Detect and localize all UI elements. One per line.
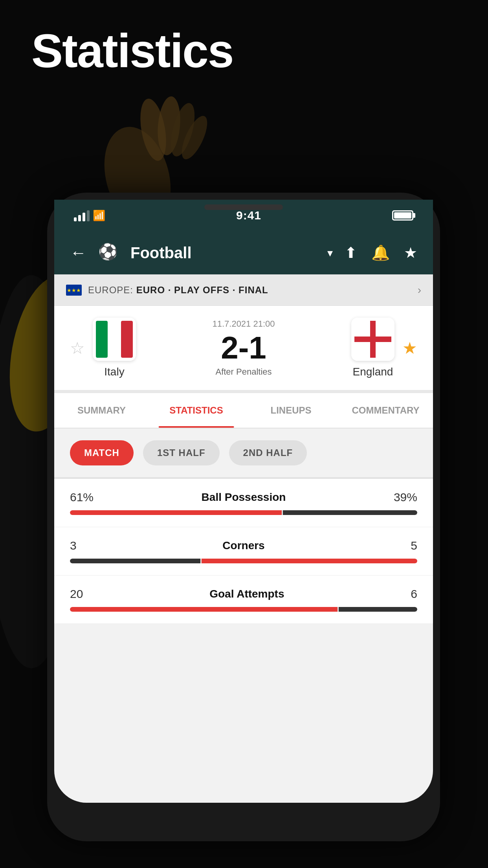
match-favorite-right[interactable]: ★ [402, 338, 417, 358]
tab-lineups[interactable]: LINEUPS [244, 393, 338, 428]
eu-flag-icon: ★★★ [66, 285, 82, 296]
score-block: 11.7.2021 21:00 2-1 After Penalties [144, 319, 343, 377]
stat-possession-bar-right [283, 510, 417, 515]
stat-corners-left: 3 [70, 539, 77, 552]
svg-rect-16 [354, 337, 391, 342]
tabs-bar: SUMMARY STATISTICS LINEUPS COMMENTARY [54, 393, 433, 428]
share-icon[interactable]: ⬆ [345, 244, 357, 261]
stat-row-possession: 61% Ball Possession 39% [54, 479, 433, 527]
stat-corners-bar [70, 559, 417, 563]
status-time: 9:41 [236, 209, 261, 222]
status-left: 📶 [74, 210, 105, 222]
stat-goalattempts-bar [70, 607, 417, 612]
stats-list: 61% Ball Possession 39% 3 Corners 5 [54, 479, 433, 624]
match-score: 2-1 [221, 332, 266, 364]
stat-possession-right: 39% [394, 491, 417, 504]
league-banner[interactable]: ★★★ EUROPE: EURO · PLAY OFFS · FINAL › [54, 274, 433, 306]
stat-goalattempts-header: 20 Goal Attempts 6 [70, 587, 417, 601]
match-favorite-left[interactable]: ☆ [70, 338, 85, 358]
dropdown-icon[interactable]: ▾ [327, 246, 333, 259]
stat-corners-right: 5 [411, 539, 417, 552]
svg-rect-13 [121, 321, 133, 358]
tab-summary[interactable]: SUMMARY [54, 393, 149, 428]
battery-icon [392, 210, 413, 221]
page-title: Statistics [31, 24, 233, 78]
period-bar: MATCH 1ST HALF 2ND HALF [54, 428, 433, 479]
stat-corners-bar-left [70, 559, 200, 563]
england-flag [351, 318, 394, 361]
stat-corners-header: 3 Corners 5 [70, 539, 417, 552]
nav-actions: ⬆ 🔔 ★ [345, 244, 417, 261]
svg-rect-12 [108, 321, 121, 358]
favorite-icon[interactable]: ★ [404, 244, 417, 261]
stat-goalattempts-bar-left [70, 607, 338, 612]
svg-rect-11 [96, 321, 108, 358]
tab-commentary[interactable]: COMMENTARY [338, 393, 433, 428]
team-england-name: England [353, 366, 393, 378]
stat-possession-header: 61% Ball Possession 39% [70, 491, 417, 504]
score-subtitle: After Penalties [215, 367, 272, 377]
period-2ndhalf-button[interactable]: 2ND HALF [229, 440, 307, 465]
signal-icon [74, 210, 90, 221]
tab-statistics[interactable]: STATISTICS [149, 393, 244, 428]
period-match-button[interactable]: MATCH [70, 440, 134, 465]
stat-row-corners: 3 Corners 5 [54, 527, 433, 576]
stat-goalattempts-left: 20 [70, 587, 83, 601]
stat-possession-bar-left [70, 510, 282, 515]
status-right [392, 210, 413, 221]
match-date: 11.7.2021 21:00 [212, 319, 275, 329]
italy-flag [93, 318, 136, 361]
stat-corners-name: Corners [222, 539, 264, 552]
league-text: EUROPE: EURO · PLAY OFFS · FINAL [88, 285, 411, 296]
nav-bar: ← ⚽ Football ▾ ⬆ 🔔 ★ [54, 231, 433, 274]
battery-fill [394, 212, 411, 219]
stat-goalattempts-name: Goal Attempts [209, 588, 284, 600]
team-italy-name: Italy [104, 366, 124, 378]
stat-goalattempts-bar-right [339, 607, 417, 612]
back-button[interactable]: ← [70, 243, 86, 262]
stat-row-goal-attempts: 20 Goal Attempts 6 [54, 576, 433, 624]
league-chevron-icon: › [418, 284, 421, 296]
sport-icon: ⚽ [98, 243, 119, 263]
stat-possession-bar [70, 510, 417, 515]
stat-corners-bar-right [202, 559, 418, 563]
phone-screen: ← ⚽ Football ▾ ⬆ 🔔 ★ ★★★ [54, 231, 433, 803]
team-italy-block: Italy [93, 318, 136, 378]
stat-possession-left: 61% [70, 491, 94, 504]
bell-icon[interactable]: 🔔 [371, 244, 390, 261]
phone-frame: 📶 9:41 ← ⚽ Football ▾ ⬆ 🔔 ★ [47, 193, 440, 841]
svg-text:★★★: ★★★ [67, 287, 81, 293]
stat-possession-name: Ball Possession [202, 491, 286, 504]
wifi-icon: 📶 [93, 210, 105, 222]
stat-goalattempts-right: 6 [411, 587, 417, 601]
match-card: ☆ Italy 11.7.2021 21:00 [54, 306, 433, 393]
team-england-block: England [351, 318, 394, 378]
phone-notch [204, 204, 283, 210]
nav-title: Football [130, 244, 323, 262]
period-1sthalf-button[interactable]: 1ST HALF [143, 440, 220, 465]
